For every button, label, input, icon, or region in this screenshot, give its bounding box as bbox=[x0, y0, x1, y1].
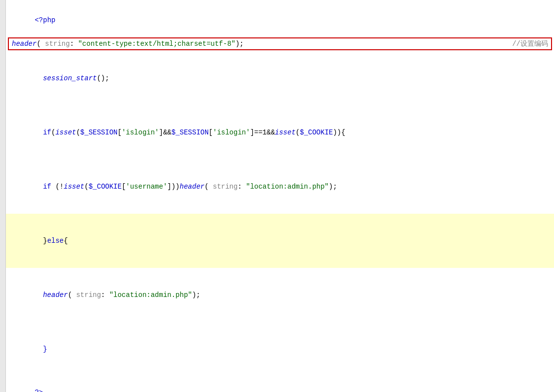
code-line: ?> bbox=[6, 376, 554, 392]
line-gutter bbox=[0, 0, 6, 392]
code-line: if(isset($_SESSION['islogin']&&$_SESSION… bbox=[6, 105, 554, 160]
code-area: <?php header( string: ″content-type:text… bbox=[6, 4, 554, 392]
func-header2: header bbox=[43, 291, 68, 299]
func-isset2: isset bbox=[64, 183, 84, 191]
code-line: if (!isset($_COOKIE['username']))header(… bbox=[6, 160, 554, 214]
func-isset: isset bbox=[55, 129, 76, 136]
param-label: string bbox=[41, 40, 70, 48]
code-line: } bbox=[6, 322, 554, 376]
code-editor: <?php header( string: ″content-type:text… bbox=[0, 0, 554, 392]
code-line: <?php bbox=[6, 4, 554, 36]
php-open-tag: <?php bbox=[35, 16, 55, 24]
keyword-else: else bbox=[47, 237, 64, 245]
red-box-line1: header( string: ″content-type:text/html;… bbox=[8, 37, 552, 50]
code-line: header( string: ″location:admin.php″); bbox=[6, 268, 554, 322]
keyword-if2: if bbox=[43, 183, 51, 191]
keyword-if: if bbox=[43, 129, 51, 136]
comment-encoding: //设置编码 bbox=[512, 39, 548, 48]
php-close-tag: ?> bbox=[35, 389, 43, 392]
red-border-box-header: header( string: ″content-type:text/html;… bbox=[8, 37, 552, 50]
closing-brace: } bbox=[43, 345, 47, 353]
session-start-func: session_start bbox=[43, 74, 97, 82]
func-name: header bbox=[12, 40, 36, 48]
code-line-else: }else{ bbox=[6, 214, 554, 268]
code-line: session_start(); bbox=[6, 51, 554, 105]
string-val: ″content-type:text/html;charset=utf-8″ bbox=[74, 40, 236, 48]
header-func-call: header( string: ″content-type:text/html;… bbox=[12, 40, 244, 48]
